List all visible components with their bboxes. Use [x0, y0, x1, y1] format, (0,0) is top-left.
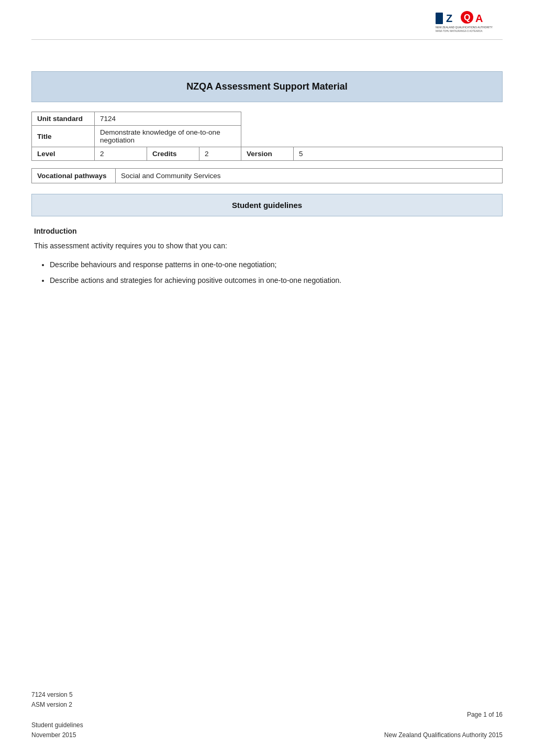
guidelines-heading: Student guidelines	[42, 201, 492, 210]
intro-text: This assessment activity requires you to…	[34, 240, 500, 251]
bullet-list: Describe behaviours and response pattern…	[34, 259, 500, 287]
version-line1: 7124 version 5	[31, 690, 83, 700]
footer-left: 7124 version 5 ASM version 2 Student gui…	[31, 690, 83, 740]
title-box: NZQA Assessment Support Material	[31, 71, 503, 102]
title-value: Demonstrate knowledge of one-to-one nego…	[95, 126, 241, 147]
level-label: Level	[32, 147, 95, 161]
content-area: Introduction This assessment activity re…	[31, 227, 503, 287]
page-header: N Z Q A NEW ZEALAND QUALIFICATIONS AUTHO…	[31, 10, 503, 40]
table-row: Title Demonstrate knowledge of one-to-on…	[32, 126, 503, 147]
title-label: Title	[32, 126, 95, 147]
table-row: Level 2 Credits 2 Version 5	[32, 147, 503, 161]
svg-text:N: N	[436, 13, 443, 24]
list-item: Describe actions and strategies for achi…	[50, 275, 500, 287]
nzqa-logo-icon: N Z Q A NEW ZEALAND QUALIFICATIONS AUTHO…	[435, 10, 503, 34]
list-item: Describe behaviours and response pattern…	[50, 259, 500, 271]
page-container: N Z Q A NEW ZEALAND QUALIFICATIONS AUTHO…	[0, 0, 534, 756]
document-title: NZQA Assessment Support Material	[42, 81, 492, 92]
unit-standard-value: 7124	[95, 112, 241, 126]
month-year: November 2015	[31, 730, 83, 740]
pathways-value: Social and Community Services	[116, 169, 503, 183]
pathways-table: Vocational pathways Social and Community…	[31, 168, 503, 183]
doc-type: Student guidelines	[31, 720, 83, 730]
svg-text:Q: Q	[464, 13, 470, 22]
authority: New Zealand Qualifications Authority 201…	[384, 730, 503, 740]
pathways-label: Vocational pathways	[32, 169, 116, 183]
level-value: 2	[95, 147, 147, 161]
table-row: Unit standard 7124	[32, 112, 503, 126]
info-table: Unit standard 7124 Title Demonstrate kno…	[31, 112, 503, 161]
svg-text:A: A	[475, 13, 483, 24]
svg-text:MANA TOHU MATAURANGA O AOTEARO: MANA TOHU MATAURANGA O AOTEAROA	[436, 30, 482, 32]
version-line2: ASM version 2	[31, 700, 83, 710]
table-row: Vocational pathways Social and Community…	[32, 169, 503, 183]
credits-label: Credits	[147, 147, 199, 161]
credits-value: 2	[199, 147, 241, 161]
page-info: Page 1 of 16	[384, 710, 503, 720]
svg-text:NEW ZEALAND QUALIFICATIONS AUT: NEW ZEALAND QUALIFICATIONS AUTHORITY	[436, 26, 493, 29]
guidelines-header-box: Student guidelines	[31, 194, 503, 216]
footer-right: Page 1 of 16 New Zealand Qualifications …	[384, 710, 503, 740]
version-label: Version	[241, 147, 294, 161]
unit-standard-label: Unit standard	[32, 112, 95, 126]
logo-area: N Z Q A NEW ZEALAND QUALIFICATIONS AUTHO…	[435, 10, 503, 34]
introduction-heading: Introduction	[34, 227, 500, 235]
svg-text:Z: Z	[446, 13, 452, 24]
version-value: 5	[294, 147, 503, 161]
